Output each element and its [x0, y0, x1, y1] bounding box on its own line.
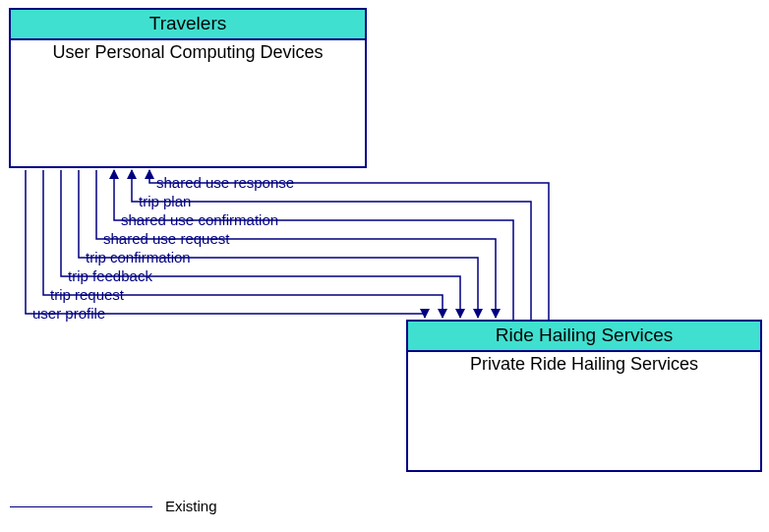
entity-ridehailing-body: Private Ride Hailing Services — [408, 352, 760, 375]
entity-travelers-header: Travelers — [11, 10, 365, 40]
entity-travelers-body: User Personal Computing Devices — [11, 40, 365, 63]
legend-existing-label: Existing — [165, 498, 217, 514]
entity-ridehailing-box: Ride Hailing Services Private Ride Haili… — [406, 320, 762, 472]
entity-travelers-box: Travelers User Personal Computing Device… — [9, 8, 367, 168]
flow-label-trip-feedback: trip feedback — [68, 267, 152, 284]
flow-label-shared-use-confirmation: shared use confirmation — [121, 211, 278, 228]
flow-label-trip-confirmation: trip confirmation — [86, 249, 191, 266]
flow-label-trip-request: trip request — [50, 286, 124, 303]
flow-label-user-profile: user profile — [32, 305, 105, 322]
flow-label-shared-use-request: shared use request — [103, 230, 229, 247]
entity-ridehailing-header: Ride Hailing Services — [408, 322, 760, 352]
legend-existing-line — [10, 506, 152, 507]
flow-label-shared-use-response: shared use response — [156, 174, 294, 191]
flow-label-trip-plan: trip plan — [139, 193, 191, 209]
